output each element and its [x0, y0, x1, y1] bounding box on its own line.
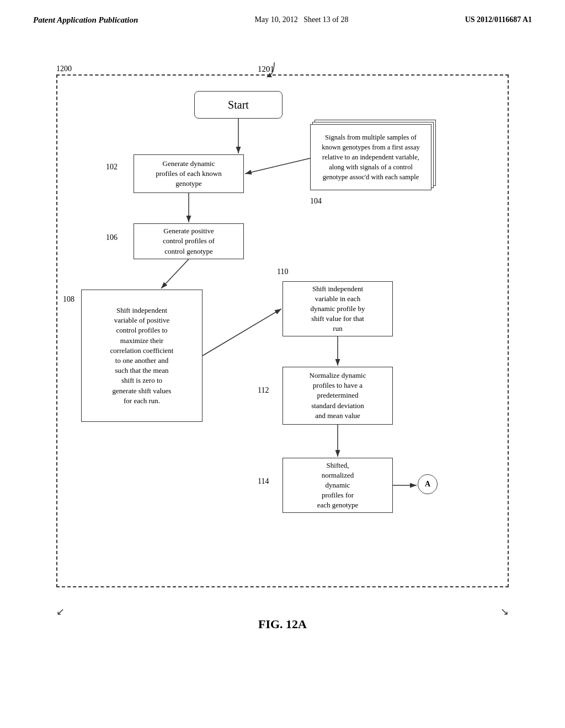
header-date: May 10, 2012 [255, 15, 298, 24]
start-box: Start [194, 91, 282, 119]
paper-front: Signals from multiple samples of known g… [310, 124, 431, 190]
label-110: 110 [277, 267, 288, 276]
box-110: Shift independent variable in each dynam… [282, 281, 393, 336]
figure-caption: FIG. 12A [258, 617, 307, 631]
label-114: 114 [258, 477, 269, 486]
box-114: Shifted, normalized dynamic profiles for… [282, 458, 393, 513]
label-104: 104 [310, 197, 322, 206]
header-right: US 2012/0116687 A1 [465, 15, 532, 24]
header-center: May 10, 2012 Sheet 13 of 28 [255, 15, 349, 24]
arrow-1201-svg [269, 62, 296, 79]
label-112: 112 [258, 386, 269, 395]
label-102: 102 [106, 163, 118, 172]
box-106: Generate positive control profiles of co… [134, 223, 244, 259]
header-sheet: Sheet 13 of 28 [303, 15, 348, 24]
box-108: Shift independent variable of positive c… [81, 290, 202, 422]
corner-left-decoration: ↙ [56, 606, 65, 618]
diagram-area: 1200 1201 Start Signals from multiple sa… [40, 41, 525, 648]
circle-a: A [418, 474, 438, 494]
corner-right-decoration: ↘ [500, 606, 509, 618]
label-106: 106 [106, 233, 118, 242]
header-left: Patent Application Publication [33, 15, 138, 25]
label-1200: 1200 [56, 65, 72, 73]
page-header: Patent Application Publication May 10, 2… [0, 0, 565, 25]
label-108: 108 [63, 295, 74, 304]
box-102: Generate dynamic profiles of each known … [134, 154, 244, 193]
box-112: Normalize dynamic profiles to have a pre… [282, 367, 393, 425]
